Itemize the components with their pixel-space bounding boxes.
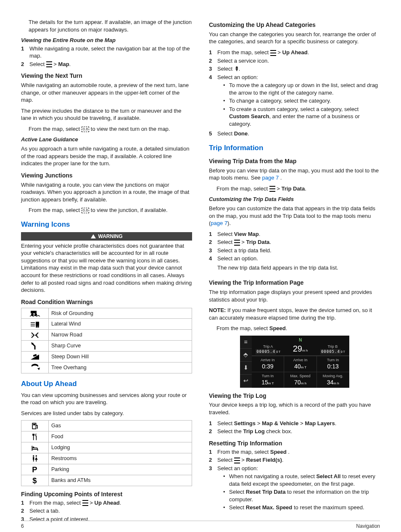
- svg-rect-16: [33, 457, 34, 460]
- junctions-title: Viewing Junctions: [21, 172, 192, 180]
- warning-triangle-icon: [91, 234, 96, 238]
- svg-point-18: [36, 455, 37, 457]
- table-row: Restrooms: [21, 453, 192, 464]
- trip-info-page-title: Viewing the Trip Information Page: [209, 279, 380, 287]
- wind-icon: [30, 320, 40, 328]
- parking-icon: P: [30, 465, 40, 474]
- page-number: 6: [21, 523, 24, 529]
- table-row: Narrow Road: [21, 330, 192, 341]
- restrooms-icon: [30, 454, 40, 463]
- footer-section: Navigation: [356, 523, 380, 529]
- step-text: Select ✎.: [217, 65, 240, 73]
- svg-point-14: [33, 446, 34, 447]
- body-text: As you approach a turn while navigating …: [21, 145, 192, 167]
- table-row: $Banks and ATMs: [21, 475, 192, 486]
- step-text: Select View Map.: [217, 230, 260, 238]
- customizing-title: Customizing the Up Ahead Categories: [209, 21, 380, 29]
- body-text: While navigating a route, you can view t…: [21, 181, 192, 204]
- next-turn-icon: 0.8: [82, 208, 90, 213]
- step-text: Select a trip data field.: [217, 247, 272, 254]
- step-text: While navigating a route, select the nav…: [29, 45, 192, 60]
- step-text: Select an option. The new trip data fiel…: [217, 255, 380, 275]
- body-text: From the map, select > Trip Data.: [209, 185, 380, 193]
- body-text: You can view upcoming businesses and ser…: [21, 392, 192, 406]
- step-text: Select > Trip Data.: [217, 238, 271, 246]
- step-text: Select the Trip Log check box.: [217, 428, 292, 435]
- step-text: Select a tab.: [29, 507, 60, 515]
- svg-text:P: P: [32, 465, 37, 474]
- step-text: Select an option: When not navigating a …: [217, 465, 380, 513]
- body-text: While navigating an automobile route, a …: [21, 82, 192, 104]
- next-turn-title: Viewing the Next Turn: [21, 72, 192, 80]
- table-row: Lodging: [21, 442, 192, 453]
- table-row: Sharp Curve: [21, 341, 192, 352]
- right-column: Customizing the Up Ahead Categories You …: [209, 17, 380, 525]
- body-text: The preview includes the distance to the…: [21, 107, 192, 122]
- svg-rect-20: [36, 460, 37, 462]
- body-text: From the map, select 0.8 to view the jun…: [21, 206, 192, 214]
- body-text: Before you can view trip data on the map…: [209, 167, 380, 182]
- svg-text:$: $: [32, 476, 37, 484]
- body-text: Services are listed under tabs by catego…: [21, 410, 192, 417]
- trip-info-title: Trip Information: [209, 143, 380, 153]
- step-text: Select > Map.: [29, 61, 71, 68]
- menu-icon: ≡: [240, 336, 252, 349]
- up-arrow-icon: ⬘: [240, 349, 252, 362]
- warning-bar: WARNING: [21, 232, 192, 241]
- svg-point-4: [36, 326, 37, 328]
- svg-point-13: [37, 428, 38, 429]
- warning-icons-title: Warning Icons: [21, 220, 192, 230]
- step-text: Select an option: To move the a category…: [217, 74, 380, 130]
- page-link[interactable]: page 7: [262, 175, 279, 181]
- step-text: Select Settings > Map & Vehicle > Map La…: [217, 420, 336, 427]
- bank-icon: $: [30, 476, 40, 484]
- cust-fields-title: Customizing the Trip Data Fields: [209, 196, 380, 203]
- back-icon-icon: ↩: [240, 375, 252, 388]
- step-text: Select Done.: [217, 130, 249, 138]
- menu-icon: [82, 500, 88, 506]
- finding-poi-title: Finding Upcoming Points of Interest: [21, 490, 192, 498]
- food-icon: [30, 433, 40, 441]
- page-link[interactable]: page 7: [211, 220, 227, 226]
- page-footer: 6 Navigation: [21, 521, 380, 529]
- intro-text: The details for the turn appear. If avai…: [21, 19, 192, 33]
- step-text: From the map, select Speed .: [217, 448, 290, 456]
- menu-icon: [234, 240, 240, 246]
- svg-rect-3: [36, 322, 39, 326]
- road-warning-table: Risk of Grounding Lateral Wind Narrow Ro…: [21, 308, 192, 373]
- step-text: Select a service icon.: [217, 57, 269, 65]
- up-ahead-table: Gas Food Lodging Restrooms PParking $Ban…: [21, 420, 192, 486]
- body-text: Your device keeps a trip log, which is a…: [209, 401, 380, 416]
- svg-marker-19: [35, 457, 38, 460]
- gas-icon: [30, 422, 40, 430]
- reset-trip-title: Resetting Trip Information: [209, 439, 380, 447]
- steep-downhill-icon: [30, 353, 40, 361]
- step-text: From the map, select > Up Ahead.: [29, 499, 121, 507]
- lodging-icon: [30, 444, 40, 452]
- sharp-curve-icon: [30, 342, 40, 350]
- body-text: From the map, select Speed.: [209, 325, 380, 332]
- table-row: Tree Overhang: [21, 362, 192, 373]
- menu-icon: [46, 61, 52, 67]
- about-up-ahead-title: About Up Ahead: [21, 379, 192, 389]
- table-row: PParking: [21, 464, 192, 475]
- body-text: Before you can customize the data that a…: [209, 205, 380, 227]
- table-row: Gas: [21, 421, 192, 431]
- table-row: Food: [21, 431, 192, 442]
- menu-icon: [269, 186, 275, 192]
- next-turn-icon: 0.8: [82, 127, 90, 132]
- grounding-icon: [30, 309, 40, 318]
- note-text: NOTE: If you make frequent stops, leave …: [209, 307, 380, 321]
- step-text: Select > Reset Field(s).: [217, 456, 283, 464]
- menu-icon: [270, 50, 276, 56]
- warning-body: Entering your vehicle profile characteri…: [21, 242, 192, 294]
- svg-rect-12: [33, 424, 35, 425]
- narrow-road-icon: [30, 331, 40, 339]
- svg-point-15: [33, 455, 34, 457]
- body-text: You can change the categories you search…: [209, 31, 380, 45]
- svg-marker-10: [37, 368, 40, 370]
- step-text: From the map, select > Up Ahead.: [217, 49, 309, 56]
- road-cond-title: Road Condition Warnings: [21, 298, 192, 306]
- active-lane-title: Active Lane Guidance: [21, 136, 192, 143]
- menu-icon: [234, 458, 240, 463]
